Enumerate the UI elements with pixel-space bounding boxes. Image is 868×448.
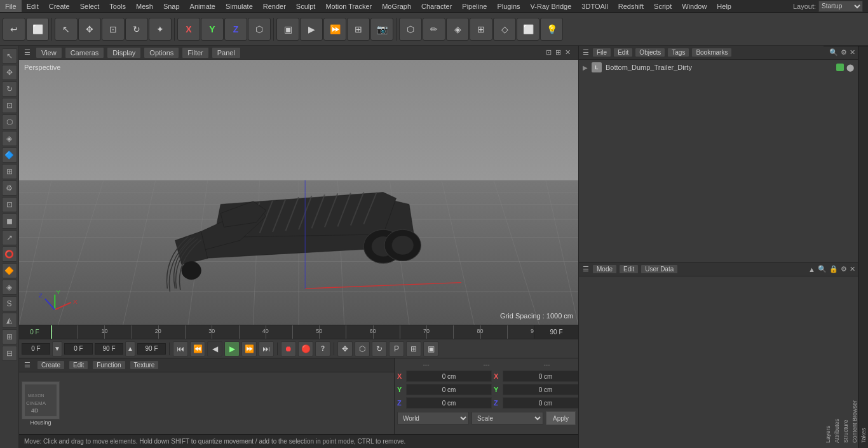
sidebar-tool9-btn[interactable]: ⚙ — [2, 180, 17, 196]
menu-vray[interactable]: V-Ray Bridge — [526, 0, 577, 12]
sidebar-tool15-btn[interactable]: ◈ — [2, 280, 17, 295]
axis-y-button[interactable]: Y — [201, 18, 224, 41]
menu-create[interactable]: Create — [44, 0, 75, 12]
btn-play-back[interactable]: ◀ — [207, 341, 222, 356]
cube-button[interactable]: ⬡ — [399, 18, 422, 41]
side-tab-layers[interactable]: Layers — [824, 46, 832, 448]
btn-step-back[interactable]: ⏪ — [190, 341, 205, 356]
object-row[interactable]: ▶ L Bottom_Dump_Trailer_Dirty ⬤ — [580, 61, 857, 74]
coord-x1-input[interactable] — [406, 370, 492, 382]
layout-dropdown[interactable]: Startup — [818, 1, 863, 12]
attr-mode-btn[interactable]: Mode — [592, 264, 617, 274]
redo-button[interactable]: ⬜ — [26, 18, 49, 41]
rotate-button[interactable]: ↻ — [125, 18, 148, 41]
obj-edit-btn[interactable]: Edit — [613, 48, 633, 57]
side-tab-content-browser[interactable]: Content Browser — [850, 46, 859, 448]
btn-pb-extra5[interactable]: ⊞ — [406, 341, 421, 356]
btn-play-fwd[interactable]: ▶ — [224, 341, 240, 356]
menu-redshift[interactable]: Redshift — [613, 0, 649, 12]
btn-pb-extra4[interactable]: P — [389, 341, 404, 356]
timeline-cursor[interactable] — [51, 325, 52, 339]
undo-button[interactable]: ↩ — [3, 18, 25, 41]
menu-simulate[interactable]: Simulate — [220, 0, 258, 12]
sidebar-tool6-btn[interactable]: ◈ — [2, 131, 17, 146]
add-camera-button[interactable]: 📷 — [370, 18, 393, 41]
btn-pb-extra3[interactable]: ↻ — [372, 341, 387, 356]
menu-pipeline[interactable]: Pipeline — [457, 0, 492, 12]
sidebar-tool14-btn[interactable]: 🔶 — [2, 263, 17, 278]
render-all-button[interactable]: ⏩ — [323, 18, 346, 41]
render-region-button[interactable]: ▣ — [276, 18, 299, 41]
sidebar-tool17-btn[interactable]: ◭ — [2, 313, 17, 328]
options-tab[interactable]: Options — [144, 47, 179, 58]
menu-animate[interactable]: Animate — [185, 0, 220, 12]
sidebar-tool12-btn[interactable]: ↗ — [2, 230, 17, 245]
viewport-expand-icon[interactable]: ⊡ — [546, 48, 552, 57]
apply-button[interactable]: Apply — [546, 411, 576, 425]
menu-snap[interactable]: Snap — [158, 0, 185, 12]
render-picture-viewer[interactable]: ⊞ — [347, 18, 370, 41]
btn-auto-key[interactable]: 🔴 — [298, 341, 313, 356]
coord-z1-input[interactable] — [406, 397, 492, 409]
menu-help[interactable]: Help — [712, 0, 736, 12]
timeline-ruler[interactable]: 0102030405060708090 — [51, 325, 534, 339]
sidebar-move-btn[interactable]: ✥ — [2, 65, 17, 80]
btn-spin-up[interactable]: ▲ — [125, 341, 135, 356]
btn-pb-extra1[interactable]: ✥ — [337, 341, 353, 356]
object-axis-button[interactable]: ⬡ — [248, 18, 271, 41]
obj-bookmarks-btn[interactable]: Bookmarks — [691, 48, 732, 57]
cameras-tab[interactable]: Cameras — [65, 47, 105, 58]
multi-button[interactable]: ✦ — [149, 18, 172, 41]
sidebar-tool5-btn[interactable]: ⬡ — [2, 114, 17, 130]
world-dropdown[interactable]: World — [397, 412, 469, 424]
btn-pb-extra2[interactable]: ⬡ — [355, 341, 370, 356]
deform-button[interactable]: ◇ — [493, 18, 516, 41]
btn-record[interactable]: ⏺ — [281, 341, 296, 356]
coord-x2-input[interactable] — [503, 370, 588, 382]
menu-sculpt[interactable]: Sculpt — [291, 0, 321, 12]
select-button[interactable]: ↖ — [55, 18, 78, 41]
axis-z-button[interactable]: Z — [224, 18, 247, 41]
viewport-close-icon[interactable]: ✕ — [565, 48, 571, 57]
light-button[interactable]: 💡 — [540, 18, 563, 41]
scale-button[interactable]: ⊡ — [102, 18, 125, 41]
obj-file-btn[interactable]: File — [592, 48, 611, 57]
menu-character[interactable]: Character — [416, 0, 457, 12]
sidebar-tool13-btn[interactable]: ⭕ — [2, 247, 17, 262]
menu-script[interactable]: Script — [649, 0, 677, 12]
3d-viewport[interactable]: X Y Z Perspective Grid Spacing : 1000 cm — [19, 60, 578, 325]
menu-window[interactable]: Window — [677, 0, 712, 12]
pen-button[interactable]: ✏ — [423, 18, 445, 41]
coord-y2-input[interactable] — [503, 384, 588, 395]
panel-tab[interactable]: Panel — [212, 47, 241, 58]
frame-current-input[interactable] — [64, 343, 93, 355]
sidebar-scale-btn[interactable]: ⊡ — [2, 98, 17, 113]
mat-create-btn[interactable]: Create — [37, 360, 65, 370]
sidebar-rotate-btn[interactable]: ↻ — [2, 81, 17, 97]
menu-mesh[interactable]: Mesh — [131, 0, 158, 12]
btn-pb-extra6[interactable]: ▣ — [423, 341, 438, 356]
menu-render[interactable]: Render — [258, 0, 291, 12]
menu-select[interactable]: Select — [75, 0, 105, 12]
coord-y1-input[interactable] — [406, 384, 492, 395]
sidebar-tool11-btn[interactable]: ◼ — [2, 214, 17, 229]
obj-objects-btn[interactable]: Objects — [635, 48, 665, 57]
btn-goto-start[interactable]: ⏮ — [173, 341, 188, 356]
array-button[interactable]: ⊞ — [470, 18, 492, 41]
menu-mograph[interactable]: MoGraph — [377, 0, 416, 12]
sidebar-tool18-btn[interactable]: ⊞ — [2, 329, 17, 344]
menu-file[interactable]: File — [0, 0, 22, 12]
sidebar-tool10-btn[interactable]: ⊡ — [2, 197, 17, 212]
sidebar-tool16-btn[interactable]: S — [2, 296, 17, 311]
scale-dropdown[interactable]: Scale — [471, 412, 543, 424]
frame-end-input2[interactable] — [137, 343, 166, 355]
menu-edit[interactable]: Edit — [22, 0, 44, 12]
side-tab-attributes[interactable]: Attributes — [832, 46, 841, 448]
mat-texture-btn[interactable]: Texture — [130, 360, 159, 370]
attr-up-icon[interactable]: ▲ — [808, 266, 815, 273]
btn-goto-end[interactable]: ⏭ — [259, 341, 274, 356]
obj-tags-btn[interactable]: Tags — [667, 48, 689, 57]
menu-tools[interactable]: Tools — [104, 0, 131, 12]
camera-view-button[interactable]: ⬜ — [517, 18, 539, 41]
mat-function-btn[interactable]: Function — [92, 360, 125, 370]
